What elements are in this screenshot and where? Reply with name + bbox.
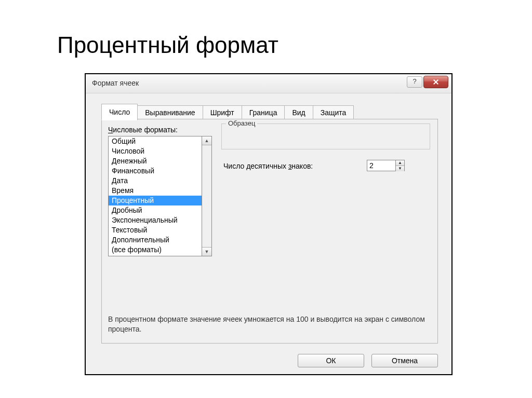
format-item[interactable]: (все форматы) xyxy=(109,245,202,255)
window-controls: ? xyxy=(407,76,448,88)
scroll-down-button[interactable]: ▼ xyxy=(202,247,211,256)
close-button[interactable] xyxy=(423,76,448,88)
sample-label: Образец xyxy=(226,119,257,127)
format-item[interactable]: Время xyxy=(109,186,202,196)
format-item[interactable]: Дробный xyxy=(109,205,202,215)
help-button[interactable]: ? xyxy=(407,76,422,88)
tab-alignment[interactable]: Выравнивание xyxy=(137,105,203,120)
spinner-up[interactable]: ▲ xyxy=(396,160,404,166)
decimal-places-input[interactable]: 2 xyxy=(367,160,395,171)
decimal-places-spinner[interactable]: 2 ▲ ▼ xyxy=(367,160,405,171)
format-item[interactable]: Денежный xyxy=(109,156,202,166)
format-item[interactable]: Общий xyxy=(109,136,202,146)
format-item[interactable]: Числовой xyxy=(109,146,202,156)
format-cells-dialog: Формат ячеек ? Число Выравнивание Шрифт … xyxy=(85,73,453,375)
format-item[interactable]: Текстовый xyxy=(109,225,202,235)
dialog-body: Число Выравнивание Шрифт Граница Вид Защ… xyxy=(86,93,451,375)
format-item[interactable]: Финансовый xyxy=(109,166,202,176)
format-item[interactable]: Дополнительный xyxy=(109,235,202,245)
tab-border[interactable]: Граница xyxy=(242,105,285,120)
list-scrollbar[interactable]: ▲ ▼ xyxy=(202,136,212,256)
tab-strip: Число Выравнивание Шрифт Граница Вид Защ… xyxy=(101,104,353,120)
format-item[interactable]: Экспоненциальный xyxy=(109,215,202,225)
sample-groupbox: Образец xyxy=(221,123,430,149)
titlebar: Формат ячеек ? xyxy=(86,74,451,93)
dialog-footer: ОК Отмена xyxy=(298,354,438,367)
tab-font[interactable]: Шрифт xyxy=(203,105,242,120)
cancel-button[interactable]: Отмена xyxy=(371,354,438,367)
tab-number[interactable]: Число xyxy=(101,104,138,120)
number-formats-label: Числовые форматы: xyxy=(108,126,178,134)
dialog-title: Формат ячеек xyxy=(92,79,139,87)
slide-title: Процентный формат xyxy=(57,32,278,58)
format-item[interactable]: Дата xyxy=(109,176,202,186)
format-item[interactable]: Процентный xyxy=(109,196,202,205)
spinner-down[interactable]: ▼ xyxy=(396,166,404,171)
tab-content-number: Числовые форматы: ОбщийЧисловойДенежныйФ… xyxy=(101,119,438,344)
number-formats-list[interactable]: ОбщийЧисловойДенежныйФинансовыйДатаВремя… xyxy=(108,136,212,256)
decimal-places-label: Число десятичных знаков: xyxy=(223,162,313,170)
format-description: В процентном формате значение ячеек умно… xyxy=(108,314,430,334)
tab-protection[interactable]: Защита xyxy=(313,105,354,120)
tab-view[interactable]: Вид xyxy=(284,105,313,120)
ok-button[interactable]: ОК xyxy=(298,354,364,367)
scroll-up-button[interactable]: ▲ xyxy=(202,136,211,145)
